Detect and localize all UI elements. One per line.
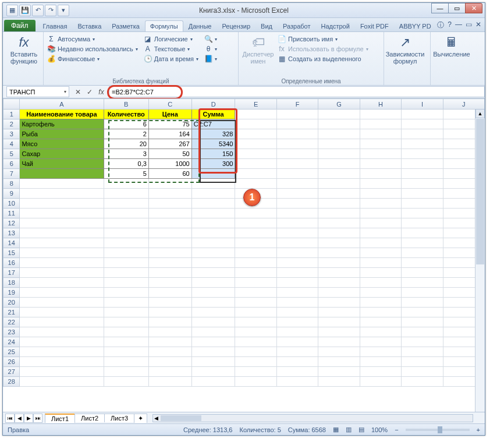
col-D[interactable]: D xyxy=(191,99,235,110)
sheet-tab-1[interactable]: Лист1 xyxy=(45,414,75,423)
select-all-corner[interactable] xyxy=(3,99,20,110)
cell-D7[interactable] xyxy=(191,169,235,179)
row-4[interactable]: 4 xyxy=(3,139,20,149)
row-7[interactable]: 7 xyxy=(3,169,20,179)
name-manager-button[interactable]: 🏷 Диспетчер имен xyxy=(242,34,274,66)
worksheet-grid[interactable]: A B C D E F G H I J 1 Наименование товар… xyxy=(3,98,485,412)
sheet-tab-2[interactable]: Лист2 xyxy=(74,414,105,422)
cell-A1[interactable]: Наименование товара xyxy=(20,110,104,119)
file-tab[interactable]: Файл xyxy=(4,20,36,31)
zoom-in-button[interactable]: + xyxy=(477,426,480,433)
tab-data[interactable]: Данные xyxy=(183,20,217,31)
more-fn-button[interactable]: 📘▾ xyxy=(204,54,217,63)
financial-button[interactable]: 💰Финансовые▾ xyxy=(47,54,138,63)
zoom-slider[interactable] xyxy=(406,429,470,431)
insert-function-button[interactable]: fx Вставить функцию xyxy=(6,34,41,66)
cell-B1[interactable]: Количество xyxy=(104,110,148,119)
col-B[interactable]: B xyxy=(104,99,148,110)
col-A[interactable]: A xyxy=(20,99,104,110)
cell-B6[interactable]: 0,3 xyxy=(104,159,148,169)
zoom-level[interactable]: 100% xyxy=(371,426,388,433)
tab-addins[interactable]: Надстрой xyxy=(315,20,354,31)
sheet-tab-3[interactable]: Лист3 xyxy=(104,414,134,422)
cell-C4[interactable]: 267 xyxy=(148,139,191,149)
col-F[interactable]: F xyxy=(276,99,318,110)
cell-D3[interactable]: 328 xyxy=(191,129,235,139)
cell-D5[interactable]: 150 xyxy=(191,149,235,159)
cell-B7[interactable]: 5 xyxy=(104,169,148,179)
formula-bar[interactable]: =B2:B7*C2:C7 xyxy=(109,86,485,97)
tab-abbyy[interactable]: ABBYY PD xyxy=(394,20,436,31)
horizontal-scrollbar[interactable]: ◀ xyxy=(152,414,473,422)
save-button[interactable]: 💾 xyxy=(19,5,31,16)
tab-insert[interactable]: Вставка xyxy=(72,20,107,31)
cell-A7[interactable] xyxy=(20,169,104,179)
cell-C5[interactable]: 50 xyxy=(148,149,191,159)
create-from-selection-button[interactable]: ▦Создать из выделенного xyxy=(278,54,368,63)
cell-D1[interactable]: Сумма xyxy=(191,110,235,119)
ribbon-min-icon[interactable]: ⓘ xyxy=(437,20,444,30)
undo-button[interactable]: ↶ xyxy=(32,5,44,16)
lookup-button[interactable]: 🔍▾ xyxy=(204,34,217,44)
minimize-button[interactable]: — xyxy=(431,3,449,13)
use-in-formula-button[interactable]: fxИспользовать в формуле▾ xyxy=(278,44,368,54)
cell-A6[interactable]: Чай xyxy=(20,159,104,169)
math-button[interactable]: θ▾ xyxy=(204,44,217,54)
doc-max-icon[interactable]: ▭ xyxy=(466,20,472,30)
calculation-button[interactable]: 🖩 Вычисление xyxy=(434,34,469,59)
logical-button[interactable]: ◪Логические▾ xyxy=(144,34,198,44)
cell-B3[interactable]: 2 xyxy=(104,129,148,139)
help-icon[interactable]: ? xyxy=(448,20,452,30)
sheet-prev-button[interactable]: ◀ xyxy=(15,414,24,423)
row-3[interactable]: 3 xyxy=(3,129,20,139)
tab-developer[interactable]: Разработ xyxy=(278,20,315,31)
text-button[interactable]: AТекстовые▾ xyxy=(144,44,198,54)
fx-button[interactable]: fx xyxy=(96,87,107,97)
cell-D4[interactable]: 5340 xyxy=(191,139,235,149)
tab-foxit[interactable]: Foxit PDF xyxy=(355,20,394,31)
sheet-first-button[interactable]: ⏮ xyxy=(5,414,15,423)
row-5[interactable]: 5 xyxy=(3,149,20,159)
formula-dependencies-button[interactable]: ↗ Зависимости формул xyxy=(388,34,423,66)
assign-name-button[interactable]: 📄Присвоить имя▾ xyxy=(278,34,368,44)
qat-dropdown[interactable]: ▾ xyxy=(58,5,69,16)
sheet-last-button[interactable]: ⏭ xyxy=(33,414,42,423)
autosum-button[interactable]: ΣАвтосумма▾ xyxy=(47,34,138,44)
row-2[interactable]: 2 xyxy=(3,119,20,129)
col-G[interactable]: G xyxy=(318,99,360,110)
cell-E1[interactable] xyxy=(235,110,276,119)
cell-A5[interactable]: Сахар xyxy=(20,149,104,159)
maximize-button[interactable]: ▭ xyxy=(448,3,466,13)
tab-home[interactable]: Главная xyxy=(38,20,73,31)
view-break-icon[interactable]: ▤ xyxy=(359,426,364,433)
cell-D6[interactable]: 300 xyxy=(191,159,235,169)
formula-accept-button[interactable]: ✓ xyxy=(84,87,95,97)
row-6[interactable]: 6 xyxy=(3,159,20,169)
cell-C7[interactable]: 60 xyxy=(148,169,191,179)
col-I[interactable]: I xyxy=(402,99,443,110)
redo-button[interactable]: ↷ xyxy=(45,5,56,16)
cell-C6[interactable]: 1000 xyxy=(148,159,191,169)
cell-C3[interactable]: 164 xyxy=(148,129,191,139)
name-box[interactable]: ТРАНСП ▾ xyxy=(6,86,69,97)
doc-close-icon[interactable]: ✕ xyxy=(475,20,481,30)
datetime-button[interactable]: 🕒Дата и время▾ xyxy=(144,54,198,63)
cell-A2[interactable]: Картофель xyxy=(20,119,104,129)
tab-review[interactable]: Рецензир xyxy=(216,20,255,31)
cell-B4[interactable]: 20 xyxy=(104,139,148,149)
cell-C2[interactable]: 75 xyxy=(148,119,191,129)
cell-A3[interactable]: Рыба xyxy=(20,129,104,139)
col-J[interactable]: J xyxy=(443,99,484,110)
cell-A4[interactable]: Мясо xyxy=(20,139,104,149)
zoom-out-button[interactable]: − xyxy=(395,426,398,433)
tab-layout[interactable]: Разметка xyxy=(107,20,145,31)
cell-C1[interactable]: Цена xyxy=(148,110,191,119)
tab-view[interactable]: Вид xyxy=(255,20,278,31)
doc-min-icon[interactable]: — xyxy=(455,20,462,30)
name-box-dropdown-icon[interactable]: ▾ xyxy=(64,89,66,94)
vertical-scrollbar[interactable]: ▲ xyxy=(475,109,485,412)
cell-B5[interactable]: 3 xyxy=(104,149,148,159)
cell-B2[interactable]: 6 xyxy=(104,119,148,129)
cell-D2[interactable]: C2:C7 xyxy=(191,119,235,129)
recent-fn-button[interactable]: 📚Недавно использовались▾ xyxy=(47,44,138,54)
